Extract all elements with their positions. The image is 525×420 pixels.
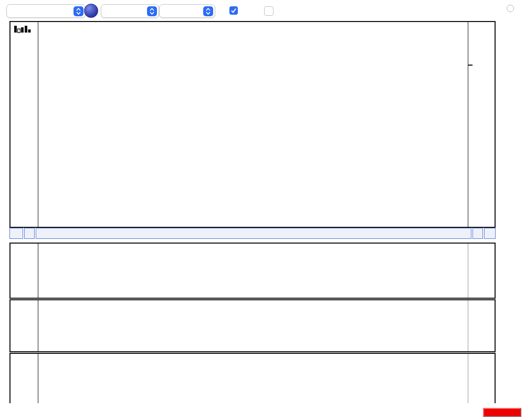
mini-chart-icon[interactable]: [212, 4, 227, 19]
chart-type-select[interactable]: [6, 4, 86, 18]
guies-checkbox[interactable]: [229, 6, 238, 15]
interval-select[interactable]: [159, 4, 215, 18]
nav-prev-button[interactable]: [24, 228, 35, 239]
status-bar: [0, 403, 525, 420]
price-chart-panel: [9, 21, 496, 228]
stochastic-panel: [9, 353, 496, 404]
main-chart-radio[interactable]: [507, 5, 514, 12]
chevron-up-down-icon: [74, 6, 83, 16]
macd-plot[interactable]: [38, 244, 468, 296]
off-button[interactable]: [483, 408, 521, 417]
macd-panel: [9, 243, 496, 299]
mini-bars-icon: [14, 25, 32, 36]
icv-panel: [9, 299, 496, 352]
nav-first-button[interactable]: [9, 228, 23, 239]
date-nav-bar: [9, 228, 496, 239]
date-axis-strip[interactable]: [36, 228, 471, 239]
stoch-plot[interactable]: [38, 354, 468, 401]
help-button[interactable]: [84, 4, 98, 18]
nav-last-button[interactable]: [484, 228, 496, 239]
current-price-box: [468, 65, 472, 66]
price-plot[interactable]: [38, 22, 468, 225]
icv-plot[interactable]: [38, 300, 468, 349]
nav-next-button[interactable]: [472, 228, 483, 239]
toolbar: [0, 0, 525, 21]
cursor-checkbox[interactable]: [264, 6, 274, 16]
chevron-up-down-icon: [147, 6, 157, 16]
period-select[interactable]: [101, 4, 159, 18]
